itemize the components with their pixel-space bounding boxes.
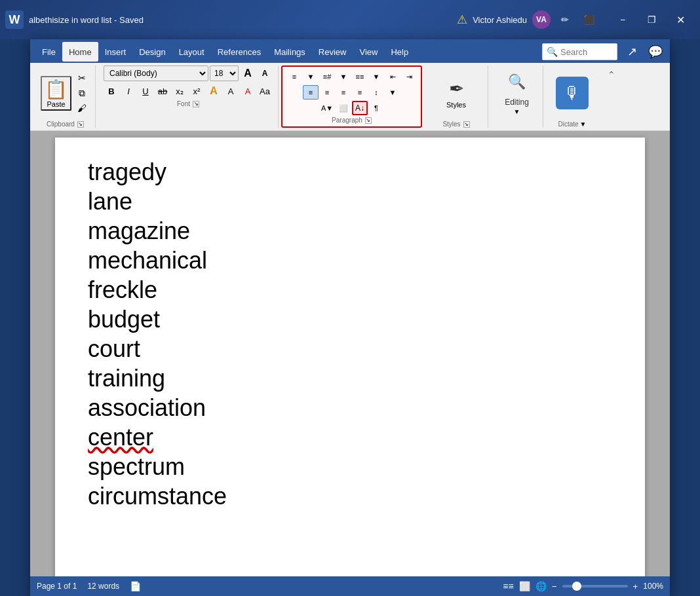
numbering-button[interactable]: ≡#	[319, 69, 335, 84]
multilevel-button[interactable]: ≡≡	[352, 69, 368, 84]
menu-insert[interactable]: Insert	[98, 42, 133, 62]
doc-word-mechanical[interactable]: mechanical	[88, 246, 612, 275]
decrease-indent-button[interactable]: ⇤	[385, 69, 400, 84]
align-center-button[interactable]: ≡	[319, 85, 335, 100]
bullets-button[interactable]: ≡	[286, 69, 302, 84]
styles-button[interactable]: ✒ Styles	[430, 75, 482, 111]
zoom-level: 100%	[643, 582, 663, 591]
menu-mailings[interactable]: Mailings	[267, 42, 312, 62]
menu-home[interactable]: Home	[62, 42, 98, 62]
toolbar: 📋 Paste ✂ ⧉ 🖌 Clipboard ↘	[30, 63, 670, 130]
ribbon-collapse-button[interactable]: ⌃	[604, 68, 619, 81]
text-effect-button[interactable]: A	[206, 83, 222, 99]
word-app-icon: W	[5, 10, 24, 29]
justify-button[interactable]: ≡	[352, 85, 368, 100]
menu-review[interactable]: Review	[312, 42, 353, 62]
read-mode-button[interactable]: ≡≡	[503, 581, 513, 591]
close-button[interactable]: ✕	[666, 9, 695, 30]
menu-help[interactable]: Help	[384, 42, 415, 62]
align-right-button[interactable]: ≡	[336, 85, 351, 100]
font-name-select[interactable]: Calibri (Body)	[104, 65, 208, 81]
status-right: ≡≡ ⬜ 🌐 − + 100%	[503, 581, 663, 591]
sort-button[interactable]: A↓	[352, 101, 368, 115]
doc-word-center[interactable]: center	[88, 422, 612, 452]
doc-word-tragedy[interactable]: tragedy	[88, 157, 612, 187]
doc-word-budget[interactable]: budget	[88, 305, 612, 334]
strikethrough-button[interactable]: ab	[155, 83, 170, 99]
pen-tool-button[interactable]: ✏	[556, 10, 574, 29]
menu-file[interactable]: File	[35, 42, 62, 62]
borders-button[interactable]: ⬜	[336, 101, 351, 115]
document-page[interactable]: tragedylanemagazinemechanicalfrecklebudg…	[55, 138, 645, 576]
editing-group: 🔍 Editing ▼	[491, 65, 543, 128]
doc-word-lane[interactable]: lane	[88, 187, 612, 216]
shrink-font-button[interactable]: A	[257, 65, 273, 81]
styles-label-bottom: Styles	[442, 121, 460, 128]
multilevel-drop[interactable]: ▼	[368, 69, 384, 84]
paste-button[interactable]: 📋 Paste	[41, 76, 71, 111]
user-avatar[interactable]: VA	[532, 10, 551, 29]
para-row1: ≡ ▼ ≡# ▼ ≡≡ ▼ ⇤ ⇥	[286, 69, 417, 84]
format-painter-button[interactable]: 🖌	[74, 101, 90, 115]
doc-word-freckle[interactable]: freckle	[88, 275, 612, 305]
menu-references[interactable]: References	[211, 42, 267, 62]
maximize-button[interactable]: ❐	[637, 9, 666, 30]
doc-word-court[interactable]: court	[88, 334, 612, 363]
align-left-button[interactable]: ≡	[303, 85, 319, 100]
copy-button[interactable]: ⧉	[74, 86, 90, 100]
line-spacing-drop[interactable]: ▼	[385, 85, 400, 100]
text-highlight-button[interactable]: A	[223, 83, 239, 99]
numbering-drop[interactable]: ▼	[336, 69, 351, 84]
editing-button[interactable]: 🔍	[503, 67, 532, 96]
subscript-button[interactable]: x₂	[172, 83, 187, 99]
zoom-in-button[interactable]: +	[633, 582, 638, 591]
grow-font-button[interactable]: A	[240, 65, 256, 81]
doc-word-association[interactable]: association	[88, 393, 612, 422]
font-size-select[interactable]: 18	[210, 65, 239, 81]
menu-design[interactable]: Design	[132, 42, 172, 62]
paragraph-expand[interactable]: ↘	[365, 117, 372, 124]
font-label: Font	[177, 100, 190, 107]
page-count: Page 1 of 1	[37, 582, 77, 591]
search-input[interactable]	[560, 47, 613, 57]
increase-indent-button[interactable]: ⇥	[401, 69, 417, 84]
clipboard-small-buttons: ✂ ⧉ 🖌	[74, 71, 90, 115]
editing-dropdown[interactable]: ▼	[514, 108, 520, 115]
share-button[interactable]: ↗	[623, 43, 641, 61]
doc-word-spectrum[interactable]: spectrum	[88, 452, 612, 481]
menu-view[interactable]: View	[353, 42, 384, 62]
print-layout-button[interactable]: ⬜	[519, 581, 530, 591]
shading-button[interactable]: A▼	[319, 101, 335, 115]
web-layout-button[interactable]: 🌐	[535, 581, 547, 591]
line-spacing-button[interactable]: ↕	[368, 85, 384, 100]
dictate-icon: 🎙	[564, 83, 581, 103]
proofing-button[interactable]: 📄	[130, 581, 141, 591]
styles-icon: ✒	[449, 78, 464, 100]
menu-layout[interactable]: Layout	[172, 42, 211, 62]
para-row3: A▼ ⬜ A↓ ¶	[319, 101, 384, 115]
italic-button[interactable]: I	[121, 83, 136, 99]
bold-button[interactable]: B	[104, 83, 119, 99]
doc-word-training[interactable]: training	[88, 363, 612, 393]
doc-word-circumstance[interactable]: circumstance	[88, 481, 612, 511]
comments-button[interactable]: 💬	[646, 43, 665, 61]
bullets-drop[interactable]: ▼	[303, 69, 319, 84]
doc-word-magazine[interactable]: magazine	[88, 216, 612, 246]
change-case-button[interactable]: Aa	[257, 83, 273, 99]
clipboard-expand[interactable]: ↘	[77, 121, 84, 128]
underline-button[interactable]: U	[138, 83, 153, 99]
pilcrow-button[interactable]: ¶	[368, 101, 384, 115]
font-expand[interactable]: ↘	[193, 101, 199, 107]
zoom-out-button[interactable]: −	[552, 582, 557, 591]
zoom-slider[interactable]	[562, 585, 628, 587]
voice-group: 🎙 Dictate ▼	[546, 65, 598, 128]
superscript-button[interactable]: x²	[189, 83, 204, 99]
styles-expand[interactable]: ↘	[463, 121, 470, 128]
font-color-button[interactable]: A	[240, 83, 256, 99]
search-bar[interactable]: 🔍	[542, 43, 617, 60]
dictate-dropdown[interactable]: ▼	[580, 121, 587, 128]
screen-mode-button[interactable]: ⬛	[579, 10, 598, 29]
menu-bar-right: 🔍 ↗ 💬	[542, 43, 665, 61]
minimize-button[interactable]: −	[608, 9, 637, 30]
cut-button[interactable]: ✂	[74, 71, 90, 85]
